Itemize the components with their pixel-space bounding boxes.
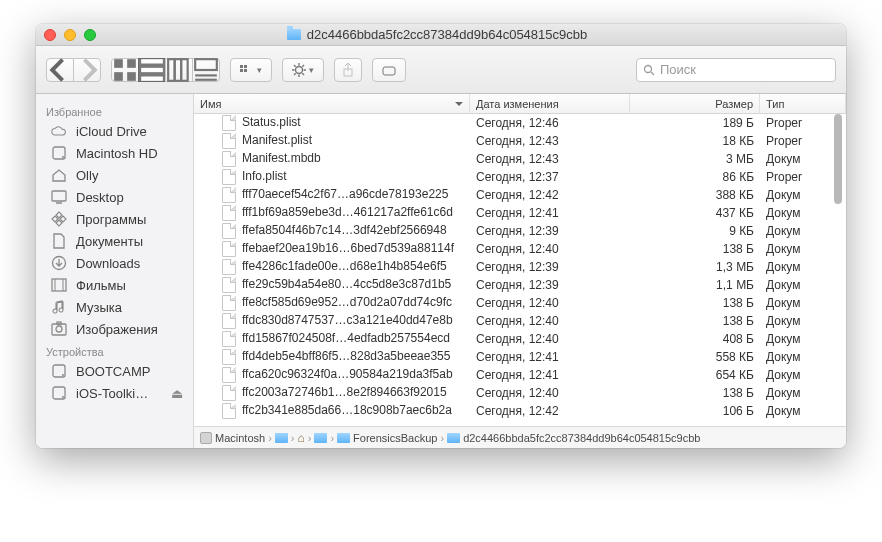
file-date: Сегодня, 12:41 [470,206,630,220]
file-row[interactable]: ffca620c96324f0a…90584a219da3f5abСегодня… [194,366,846,384]
sidebar-item-label: Музыка [76,300,122,315]
svg-rect-1 [127,59,136,68]
file-row[interactable]: fff70aecef54c2f67…a96cde78193e225Сегодня… [194,186,846,204]
column-kind[interactable]: Тип [760,94,846,113]
file-date: Сегодня, 12:42 [470,188,630,202]
sidebar-item-docs[interactable]: Документы [36,230,193,252]
file-row[interactable]: ffd15867f024508f…4edfadb257554ecdСегодня… [194,330,846,348]
sidebar-item-label: iCloud Drive [76,124,147,139]
file-row[interactable]: ffe4286c1fade00e…d68e1h4b854e6f5Сегодня,… [194,258,846,276]
favorites-header: Избранное [36,100,193,120]
list-view-button[interactable] [138,58,166,82]
column-view-button[interactable] [165,58,193,82]
sidebar-item-home[interactable]: Olly [36,164,193,186]
pictures-icon [50,321,68,337]
file-name: ffefa8504f46b7c14…3df42ebf2566948 [242,223,447,237]
file-name: ffe4286c1fade00e…d68e1h4b854e6f5 [242,259,447,273]
file-size: 9 КБ [630,224,760,238]
sidebar-device[interactable]: iOS-Toolki…⏏ [36,382,193,404]
file-row[interactable]: ffefa8504f46b7c14…3df42ebf2566948Сегодня… [194,222,846,240]
column-name[interactable]: Имя [194,94,470,113]
svg-rect-41 [57,322,61,325]
path-item[interactable]: ⌂ [297,431,304,445]
file-size: 86 КБ [630,170,760,184]
sidebar-item-label: Downloads [76,256,140,271]
home-icon: ⌂ [297,431,304,445]
path-item[interactable] [275,433,288,443]
file-row[interactable]: ffc2b341e885da66…18c908b7aec6b2aСегодня,… [194,402,846,420]
sidebar-device[interactable]: BOOTCAMP [36,360,193,382]
sidebar-item-cloud[interactable]: iCloud Drive [36,120,193,142]
icon-view-button[interactable] [111,58,139,82]
column-date[interactable]: Дата изменения [470,94,630,113]
file-date: Сегодня, 12:39 [470,278,630,292]
chevron-right-icon: › [440,432,444,444]
file-name: ffebaef20ea19b16…6bed7d539a88114f [242,241,454,255]
path-item[interactable]: Macintosh [200,432,265,444]
coverflow-view-button[interactable] [192,58,220,82]
sidebar-item-pictures[interactable]: Изображения [36,318,193,340]
file-row[interactable]: ffe29c59b4a54e80…4cc5d8e3c87d1b5Сегодня,… [194,276,846,294]
svg-point-17 [296,66,303,73]
sidebar-item-label: Olly [76,168,98,183]
zoom-button[interactable] [84,29,96,41]
toolbar: ▾ ▾ Поиск [36,46,846,94]
sidebar-item-desktop[interactable]: Desktop [36,186,193,208]
file-icon [222,241,236,257]
file-icon [222,277,236,293]
title-text: d2c4466bbda5fc2cc87384dd9b64c054815c9cbb [307,27,587,42]
file-date: Сегодня, 12:37 [470,170,630,184]
svg-rect-11 [195,74,217,76]
minimize-button[interactable] [64,29,76,41]
file-row[interactable]: Status.plistСегодня, 12:46189 БProper [194,114,846,132]
scrollbar[interactable] [831,114,845,414]
file-row[interactable]: ffdc830d8747537…c3a121e40dd47e8bСегодня,… [194,312,846,330]
sidebar-item-music[interactable]: Музыка [36,296,193,318]
folder-icon [287,29,301,40]
path-item[interactable]: d2c4466bbda5fc2cc87384dd9b64c054815c9cbb [447,432,700,444]
path-item[interactable] [314,433,327,443]
sidebar-item-hdd[interactable]: Macintosh HD [36,142,193,164]
svg-line-25 [302,65,304,67]
sidebar-item-movies[interactable]: Фильмы [36,274,193,296]
file-date: Сегодня, 12:46 [470,116,630,130]
svg-rect-15 [240,69,243,72]
path-label: d2c4466bbda5fc2cc87384dd9b64c054815c9cbb [463,432,700,444]
file-row[interactable]: fff1bf69a859ebe3d…461217a2ffe61c6dСегодн… [194,204,846,222]
arrange-button[interactable]: ▾ [230,58,272,82]
file-name: ffd15867f024508f…4edfadb257554ecd [242,331,450,345]
file-row[interactable]: ffe8cf585d69e952…d70d2a07dd74c9fcСегодня… [194,294,846,312]
action-button[interactable]: ▾ [282,58,324,82]
search-field[interactable]: Поиск [636,58,836,82]
file-icon [222,223,236,239]
svg-line-23 [302,73,304,75]
file-row[interactable]: ffc2003a72746b1…8e2f894663f92015Сегодня,… [194,384,846,402]
file-date: Сегодня, 12:43 [470,134,630,148]
file-icon [222,115,236,131]
file-date: Сегодня, 12:42 [470,404,630,418]
tags-button[interactable] [372,58,406,82]
file-name: ffc2b341e885da66…18c908b7aec6b2a [242,403,452,417]
scroll-thumb[interactable] [834,114,842,204]
eject-icon[interactable]: ⏏ [171,386,183,401]
share-button[interactable] [334,58,362,82]
svg-line-24 [294,73,296,75]
back-button[interactable] [46,58,74,82]
file-row[interactable]: ffebaef20ea19b16…6bed7d539a88114fСегодня… [194,240,846,258]
svg-rect-33 [52,191,66,201]
path-label: ForensicsBackup [353,432,437,444]
file-name: ffca620c96324f0a…90584a219da3f5ab [242,367,453,381]
path-item[interactable]: ForensicsBackup [337,432,437,444]
sidebar-item-apps[interactable]: Программы [36,208,193,230]
folder-icon [275,433,288,443]
file-row[interactable]: Manifest.mbdbСегодня, 12:433 МБДокум [194,150,846,168]
close-button[interactable] [44,29,56,41]
forward-button[interactable] [73,58,101,82]
column-size[interactable]: Размер [630,94,760,113]
file-row[interactable]: Manifest.plistСегодня, 12:4318 КБProper [194,132,846,150]
file-row[interactable]: Info.plistСегодня, 12:3786 КБProper [194,168,846,186]
sidebar-item-downloads[interactable]: Downloads [36,252,193,274]
svg-rect-12 [195,78,217,80]
svg-rect-4 [141,59,163,63]
file-row[interactable]: ffd4deb5e4bff86f5…828d3a5beeae355Сегодня… [194,348,846,366]
